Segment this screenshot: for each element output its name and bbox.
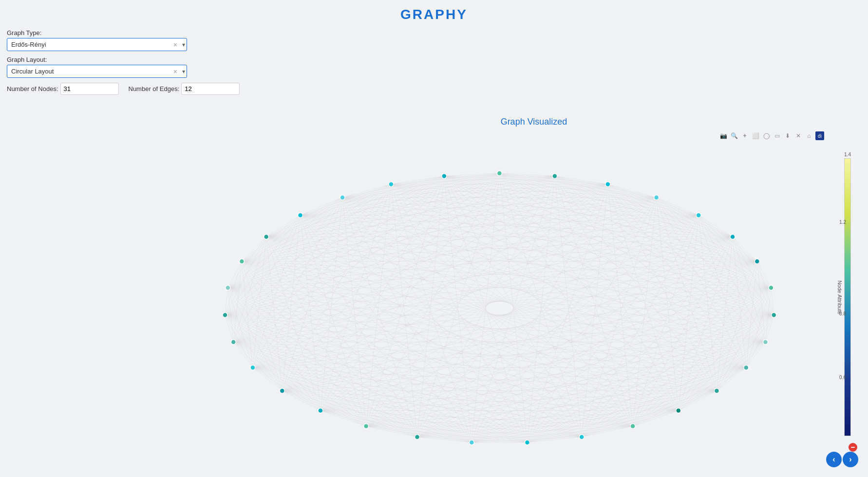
close-icon[interactable]: ✕ — [794, 131, 803, 140]
graph-canvas — [200, 141, 824, 462]
graph-layout-select-wrapper: Circular Layout Spring Layout Shell Layo… — [7, 65, 187, 78]
graph-layout-group: Graph Layout: Circular Layout Spring Lay… — [7, 56, 197, 78]
graph-type-select[interactable]: Erdős-Rényi Barabási-Albert Watts-Stroga… — [7, 38, 187, 51]
camera-icon[interactable]: 📷 — [719, 131, 728, 140]
colorbar-max-label: 1.4 — [844, 152, 851, 157]
nodes-label: Number of Nodes: — [7, 85, 58, 92]
graph-layout-arrow-button[interactable]: ▾ — [182, 69, 185, 74]
graph-layout-select[interactable]: Circular Layout Spring Layout Shell Layo… — [7, 65, 187, 78]
prev-arrow[interactable]: ‹ — [826, 452, 842, 467]
header: GRAPHY — [0, 0, 868, 26]
download-icon[interactable]: ⬇ — [783, 131, 792, 140]
select-icon[interactable]: ⬜ — [751, 131, 760, 140]
viz-area: Graph Visualized 📷 🔍 + ⬜ ◯ ▭ ⬇ ✕ ⌂ di 1.… — [200, 29, 868, 477]
graph-layout-label: Graph Layout: — [7, 56, 197, 63]
toolbar: 📷 🔍 + ⬜ ◯ ▭ ⬇ ✕ ⌂ di — [719, 131, 824, 140]
edges-label: Number of Edges: — [129, 85, 180, 92]
controls-panel: Graph Type: Erdős-Rényi Barabási-Albert … — [7, 29, 197, 95]
app-container: GRAPHY Graph Type: Erdős-Rényi Barabási-… — [0, 0, 868, 477]
next-arrow[interactable]: › — [843, 452, 858, 467]
numeric-fields: Number of Nodes: 31 Number of Edges: 12 — [7, 83, 197, 95]
nodes-field-group: Number of Nodes: 31 — [7, 83, 119, 95]
graph-type-label: Graph Type: — [7, 29, 197, 37]
app-title: GRAPHY — [0, 7, 868, 22]
chart-icon[interactable]: di — [815, 131, 824, 140]
nodes-input[interactable]: 31 — [60, 83, 119, 95]
graph-type-select-wrapper: Erdős-Rényi Barabási-Albert Watts-Stroga… — [7, 38, 187, 51]
graph-title: Graph Visualized — [200, 117, 868, 127]
lasso-icon[interactable]: ◯ — [762, 131, 771, 140]
tick-0.6: 0.6 — [839, 375, 846, 380]
graph-type-clear-button[interactable]: × — [173, 41, 177, 48]
stop-icon[interactable] — [849, 443, 857, 452]
graph-render-canvas[interactable] — [200, 141, 824, 462]
box-icon[interactable]: ▭ — [773, 131, 781, 140]
node-attribute-label: Node Attribute — [837, 280, 843, 314]
graph-type-group: Graph Type: Erdős-Rényi Barabási-Albert … — [7, 29, 197, 51]
graph-layout-clear-button[interactable]: × — [173, 68, 177, 75]
home-icon[interactable]: ⌂ — [805, 131, 813, 140]
colorbar: 1.4 1.2 0.8 0.6 Node Attribute — [842, 151, 853, 438]
colorbar-gradient — [844, 158, 851, 436]
tick-1.2: 1.2 — [839, 220, 846, 225]
graph-type-arrow-button[interactable]: ▾ — [182, 42, 185, 48]
nav-arrows: ‹ › — [826, 452, 858, 467]
zoom-icon[interactable]: 🔍 — [730, 131, 738, 140]
add-icon[interactable]: + — [740, 131, 749, 140]
